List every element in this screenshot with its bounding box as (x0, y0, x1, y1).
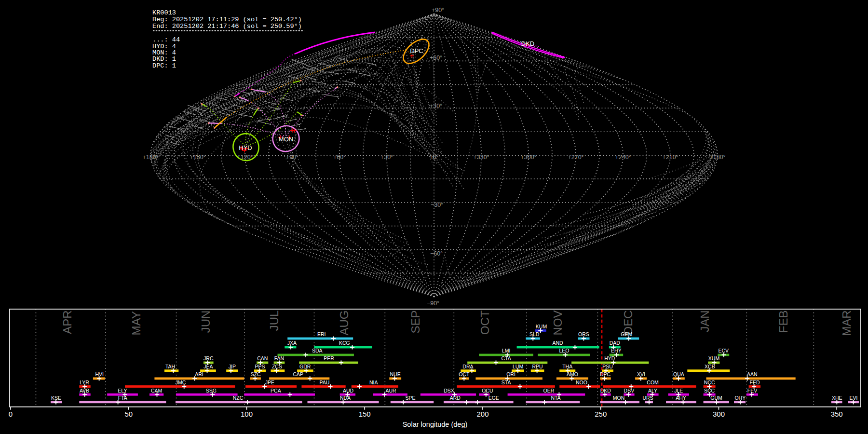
svg-text:End: 20251202 21:17:46 (sol =: End: 20251202 21:17:46 (sol = 250.59°) (152, 23, 302, 30)
svg-text:+240°: +240° (615, 154, 631, 161)
svg-text:NTA: NTA (551, 395, 560, 401)
svg-text:ORS: ORS (578, 331, 589, 337)
svg-text:URS: URS (642, 395, 653, 401)
svg-text:OHY: OHY (734, 395, 746, 401)
svg-text:APR: APR (61, 310, 74, 334)
svg-text:EGE: EGE (488, 395, 499, 401)
svg-text:CAN: CAN (257, 355, 268, 361)
svg-text:AND: AND (552, 340, 563, 346)
svg-text:DKD: DKD (521, 40, 534, 47)
svg-text:ZCS: ZCS (272, 364, 282, 369)
svg-text:AHY: AHY (676, 395, 686, 401)
svg-text:+180°: +180° (142, 154, 158, 161)
svg-text:ELY: ELY (118, 388, 127, 393)
svg-text:SLD: SLD (529, 331, 540, 337)
svg-text:100: 100 (241, 410, 253, 418)
svg-text:0: 0 (9, 410, 13, 418)
svg-text:Solar longitude (deg): Solar longitude (deg) (403, 420, 468, 428)
svg-text:KR0013: KR0013 (152, 9, 176, 16)
svg-text:+30°: +30° (380, 154, 393, 161)
svg-text:JRC: JRC (203, 355, 214, 361)
svg-text:DPC: DPC (600, 371, 611, 377)
svg-text:OER: OER (543, 388, 555, 393)
svg-text:PSU: PSU (602, 364, 613, 369)
svg-text:GUM: GUM (710, 395, 722, 401)
svg-text:RPU: RPU (532, 364, 543, 369)
svg-text:150: 150 (359, 410, 371, 418)
svg-text:DAD: DAD (610, 340, 621, 346)
svg-text:JMC: JMC (176, 380, 186, 385)
svg-text:XUM: XUM (708, 355, 719, 361)
svg-text:+30°: +30° (430, 103, 442, 109)
svg-text:KCG: KCG (339, 340, 350, 346)
svg-text:+90°: +90° (286, 154, 298, 161)
svg-text:AUD: AUD (343, 388, 354, 393)
svg-text:AUR: AUR (385, 388, 396, 393)
svg-text:DKD: DKD (600, 388, 611, 393)
svg-text:ARD: ARD (450, 395, 461, 401)
svg-text:Beg: 20251202 17:11:29 (sol =: Beg: 20251202 17:11:29 (sol = 250.42°) (152, 16, 302, 23)
svg-text:LUM: LUM (513, 364, 523, 369)
svg-text:FTA: FTA (118, 395, 127, 401)
svg-text:DRA: DRA (462, 364, 473, 369)
svg-text:THA: THA (562, 364, 572, 369)
svg-text:JUN: JUN (199, 311, 212, 333)
svg-text:+330°: +330° (473, 154, 489, 161)
svg-text:FEB: FEB (777, 311, 790, 333)
svg-text:250: 250 (595, 410, 607, 418)
svg-text:+300°: +300° (520, 154, 536, 161)
svg-text:50: 50 (124, 410, 133, 418)
svg-text:NZC: NZC (233, 395, 244, 401)
svg-text:NOO: NOO (576, 380, 587, 385)
svg-text:OCT: OCT (478, 310, 491, 335)
svg-text:GEM: GEM (621, 331, 632, 337)
svg-text:KSE: KSE (51, 395, 61, 401)
svg-text:+90°: +90° (432, 7, 444, 14)
svg-text:OCU: OCU (482, 388, 493, 393)
svg-text:NIA: NIA (369, 380, 378, 385)
svg-text:XCB: XCB (705, 364, 715, 369)
svg-text:+150°: +150° (190, 154, 205, 161)
svg-text:PCA: PCA (271, 388, 281, 393)
svg-text:DSV: DSV (624, 388, 635, 393)
svg-text:STA: STA (502, 380, 511, 385)
svg-text:NUE: NUE (390, 371, 401, 377)
svg-text:PER: PER (324, 355, 334, 361)
svg-text:ERI: ERI (317, 331, 326, 337)
svg-text:ALY: ALY (648, 388, 657, 393)
svg-text:−90°: −90° (427, 300, 439, 307)
svg-text:CAM: CAM (151, 388, 162, 393)
svg-text:LEO: LEO (559, 348, 569, 353)
svg-text:HYD: HYD (239, 144, 252, 151)
svg-text:+270°: +270° (568, 154, 583, 161)
svg-text:DSX: DSX (444, 388, 454, 393)
svg-text:KUM: KUM (536, 324, 547, 329)
svg-text:XHE: XHE (832, 395, 842, 401)
svg-text:OCT: OCT (459, 371, 470, 377)
svg-text:CTA: CTA (502, 355, 511, 361)
svg-text:FAN: FAN (274, 355, 284, 361)
svg-text:+210°: +210° (662, 154, 678, 161)
svg-text:−60°: −60° (430, 250, 443, 257)
svg-text:JIP: JIP (229, 364, 236, 369)
svg-text:+60°: +60° (430, 54, 442, 61)
svg-text:DPC: DPC (410, 47, 423, 54)
svg-text:FED: FED (750, 380, 760, 385)
svg-text:SZC: SZC (251, 371, 261, 377)
svg-text:CAP: CAP (293, 371, 303, 377)
svg-text:QUA: QUA (673, 371, 684, 377)
svg-text:MAR: MAR (840, 310, 853, 336)
svg-text:EHY: EHY (611, 348, 622, 353)
svg-text:SSG: SSG (206, 388, 217, 393)
svg-text:AUG: AUG (338, 310, 351, 335)
svg-text:350: 350 (831, 410, 843, 418)
svg-text:AAN: AAN (747, 371, 758, 377)
svg-text:+60°: +60° (333, 154, 346, 161)
svg-text:PAU: PAU (320, 380, 330, 385)
svg-text:MAY: MAY (130, 311, 143, 335)
svg-text:PPS: PPS (255, 364, 265, 369)
svg-text:JUL: JUL (268, 311, 281, 331)
svg-text:MON: MON (613, 395, 625, 401)
svg-text:300: 300 (713, 410, 725, 418)
svg-text:200: 200 (476, 410, 488, 418)
